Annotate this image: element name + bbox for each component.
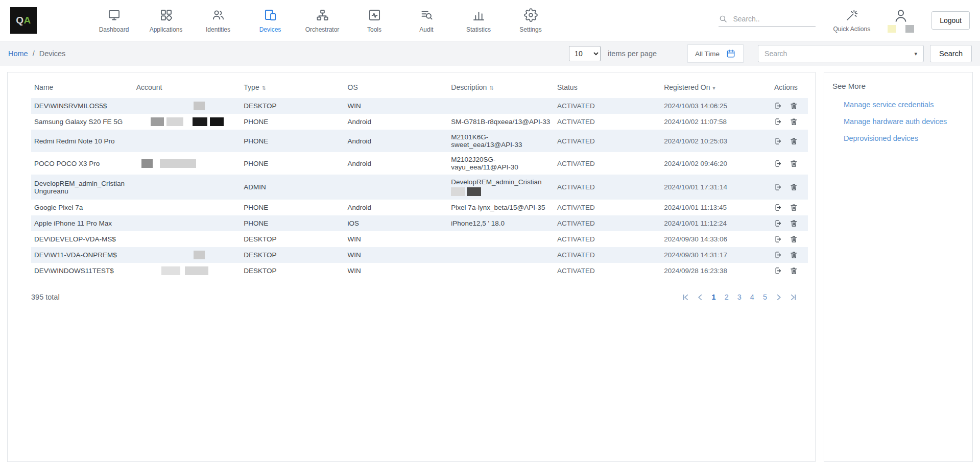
device-os: WIN bbox=[345, 231, 448, 247]
device-type: PHONE bbox=[241, 130, 344, 152]
last-page-icon[interactable] bbox=[789, 293, 797, 301]
device-account bbox=[133, 152, 241, 175]
breadcrumb: Home/Devices bbox=[8, 50, 65, 58]
logout-button[interactable]: Logout bbox=[931, 11, 970, 30]
page-button-3[interactable]: 3 bbox=[736, 293, 743, 301]
device-status: ACTIVATED bbox=[554, 215, 661, 231]
next-page-icon[interactable] bbox=[775, 293, 782, 301]
device-account bbox=[133, 263, 241, 279]
settings-gear-icon bbox=[524, 8, 538, 22]
redaction-block bbox=[467, 187, 481, 196]
devices-icon bbox=[264, 8, 277, 22]
device-description: SM-G781B-r8qxeea/13@API-33 bbox=[448, 114, 554, 130]
link-manage-hardware-auth-devices[interactable]: Manage hardware auth devices bbox=[844, 117, 964, 126]
device-account bbox=[133, 98, 241, 114]
nav-label: Statistics bbox=[466, 26, 491, 33]
device-account bbox=[133, 247, 241, 263]
redaction-block bbox=[888, 25, 896, 33]
identities-icon bbox=[211, 8, 225, 22]
user-menu[interactable] bbox=[888, 8, 914, 33]
nav-orchestrator[interactable]: Orchestrator bbox=[300, 8, 344, 33]
delete-device-button[interactable] bbox=[790, 219, 798, 228]
search-filter-dropdown[interactable]: Search ▾ bbox=[758, 45, 924, 62]
global-search-input[interactable] bbox=[733, 15, 809, 23]
redaction-block bbox=[166, 117, 183, 126]
delete-device-button[interactable] bbox=[790, 117, 798, 126]
device-sign-out-button[interactable] bbox=[774, 203, 783, 212]
device-type: PHONE bbox=[241, 215, 344, 231]
delete-device-button[interactable] bbox=[790, 159, 798, 168]
table-row: DEV\W11-VDA-ONPREM$DESKTOPWINACTIVATED20… bbox=[31, 247, 808, 263]
delete-device-button[interactable] bbox=[790, 203, 798, 212]
nav-statistics[interactable]: Statistics bbox=[457, 8, 500, 33]
page-button-4[interactable]: 4 bbox=[749, 293, 755, 301]
redaction-block bbox=[210, 117, 224, 126]
device-description bbox=[448, 98, 554, 114]
device-registered-on: 2024/09/30 14:33:06 bbox=[661, 231, 771, 247]
device-actions bbox=[771, 231, 808, 247]
redaction-block bbox=[194, 102, 205, 110]
nav-tools[interactable]: Tools bbox=[352, 8, 396, 33]
device-sign-out-button[interactable] bbox=[774, 235, 783, 243]
nav-identities[interactable]: Identities bbox=[196, 8, 240, 33]
nav-label: Dashboard bbox=[99, 26, 129, 33]
device-sign-out-button[interactable] bbox=[774, 251, 783, 259]
nav-audit[interactable]: Audit bbox=[404, 8, 448, 33]
device-sign-out-button[interactable] bbox=[774, 266, 783, 275]
page-button-1[interactable]: 1 bbox=[711, 293, 717, 301]
nav-devices[interactable]: Devices bbox=[248, 8, 292, 33]
top-navigation: QA Dashboard Applications Identities Dev… bbox=[0, 0, 980, 41]
link-deprovisioned-devices[interactable]: Deprovisioned devices bbox=[844, 134, 964, 142]
delete-device-button[interactable] bbox=[790, 266, 798, 275]
device-sign-out-button[interactable] bbox=[774, 117, 783, 126]
column-header-registered-on[interactable]: Registered On▾ bbox=[661, 76, 771, 98]
user-name-redacted bbox=[888, 25, 914, 33]
logo-letter-q: Q bbox=[16, 15, 23, 26]
time-filter-button[interactable]: All Time bbox=[687, 44, 744, 63]
column-header-type[interactable]: Type⇅ bbox=[241, 76, 344, 98]
calendar-icon bbox=[726, 48, 736, 59]
breadcrumb-home-link[interactable]: Home bbox=[8, 50, 28, 58]
nav-applications[interactable]: Applications bbox=[144, 8, 188, 33]
nav-dashboard[interactable]: Dashboard bbox=[92, 8, 136, 33]
previous-page-icon[interactable] bbox=[697, 293, 704, 301]
delete-device-button[interactable] bbox=[790, 251, 798, 259]
trash-icon bbox=[790, 235, 798, 243]
device-sign-out-button[interactable] bbox=[774, 159, 783, 168]
delete-device-button[interactable] bbox=[790, 102, 798, 110]
search-submit-button[interactable]: Search bbox=[930, 45, 972, 62]
devices-panel: NameAccountType⇅OSDescription⇅StatusRegi… bbox=[7, 72, 816, 462]
search-icon bbox=[719, 14, 728, 23]
quick-actions-button[interactable]: Quick Actions bbox=[833, 9, 870, 33]
sign-out-icon bbox=[774, 183, 783, 191]
page-button-2[interactable]: 2 bbox=[724, 293, 730, 301]
column-header-description[interactable]: Description⇅ bbox=[448, 76, 554, 98]
device-description: iPhone12,5 ' 18.0 bbox=[448, 215, 554, 231]
sign-out-icon bbox=[774, 251, 783, 259]
delete-device-button[interactable] bbox=[790, 235, 798, 243]
device-sign-out-button[interactable] bbox=[774, 137, 783, 145]
device-name: Apple iPhone 11 Pro Max bbox=[31, 215, 133, 231]
device-status: ACTIVATED bbox=[554, 263, 661, 279]
link-manage-service-credentials[interactable]: Manage service credentials bbox=[844, 101, 964, 109]
page-button-5[interactable]: 5 bbox=[762, 293, 768, 301]
delete-device-button[interactable] bbox=[790, 183, 798, 191]
device-sign-out-button[interactable] bbox=[774, 102, 783, 110]
items-per-page-select[interactable]: 10 bbox=[569, 46, 601, 61]
sign-out-icon bbox=[774, 219, 783, 228]
device-registered-on: 2024/10/02 09:46:20 bbox=[661, 152, 771, 175]
device-status: ACTIVATED bbox=[554, 247, 661, 263]
global-search bbox=[719, 14, 816, 27]
redaction-block bbox=[141, 159, 153, 168]
nav-settings[interactable]: Settings bbox=[509, 8, 553, 33]
device-registered-on: 2024/10/03 14:06:25 bbox=[661, 98, 771, 114]
device-registered-on: 2024/10/02 10:25:03 bbox=[661, 130, 771, 152]
device-sign-out-button[interactable] bbox=[774, 219, 783, 228]
first-page-icon[interactable] bbox=[682, 293, 690, 301]
delete-device-button[interactable] bbox=[790, 137, 798, 145]
nav-label: Audit bbox=[419, 26, 433, 33]
device-os: WIN bbox=[345, 263, 448, 279]
device-type: DESKTOP bbox=[241, 247, 344, 263]
device-sign-out-button[interactable] bbox=[774, 183, 783, 191]
see-more-title: See More bbox=[832, 82, 964, 90]
